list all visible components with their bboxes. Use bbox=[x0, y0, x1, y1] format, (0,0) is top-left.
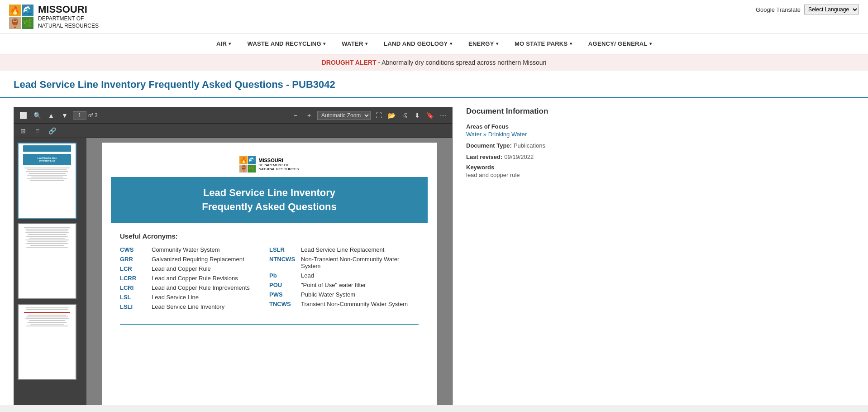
language-select[interactable]: Select Language bbox=[804, 5, 859, 14]
acronym-def: Lead Service Line Replacement bbox=[301, 246, 384, 253]
pdf-attachments-button[interactable]: 🔗 bbox=[47, 126, 58, 135]
pdf-toggle-sidebar-button[interactable]: ⬜ bbox=[18, 111, 29, 120]
logo-cell-blue: 🌊 bbox=[22, 5, 33, 16]
chevron-down-icon: ▾ bbox=[229, 41, 231, 46]
logo-dept: DEPARTMENT OF NATURAL RESOURCES bbox=[38, 15, 99, 29]
pdf-logo-green: 🌿 bbox=[248, 165, 256, 173]
alert-message: - Abnormally dry conditions spread acros… bbox=[378, 59, 546, 66]
pdf-thumb-2[interactable] bbox=[18, 223, 76, 299]
acronym-def: Lead and Copper Rule bbox=[152, 265, 211, 272]
acronym-def: Lead Service Line bbox=[152, 294, 199, 301]
doc-info-keywords-value: lead and copper rule bbox=[466, 172, 566, 178]
pdf-acronyms-heading: Useful Acronyms: bbox=[120, 232, 419, 240]
acronym-def: Community Water System bbox=[152, 246, 220, 253]
acronym-row-grr: GRR Galvanized Requiring Replacement bbox=[120, 256, 269, 263]
pdf-fullscreen-button[interactable]: ⛶ bbox=[373, 111, 384, 120]
pdf-search-button[interactable]: 🔍 bbox=[32, 111, 43, 120]
pdf-zoom-in-button[interactable]: + bbox=[304, 111, 315, 120]
nav-item-land-geology[interactable]: LAND AND GEOLOGY ▾ bbox=[376, 34, 460, 54]
pdf-zoom-select[interactable]: Automatic Zoom 50% 75% 100% 125% 150% bbox=[317, 111, 371, 120]
alert-banner: DROUGHT ALERT - Abnormally dry condition… bbox=[0, 54, 868, 71]
pdf-page-of: of bbox=[88, 112, 93, 119]
alert-title: DROUGHT ALERT bbox=[322, 59, 377, 66]
chevron-down-icon: ▾ bbox=[570, 41, 572, 46]
nav-item-air[interactable]: AIR ▾ bbox=[208, 34, 239, 54]
nav-item-agency-general[interactable]: AGENCY/ GENERAL ▾ bbox=[580, 34, 660, 54]
acronym-row-lsl: LSL Lead Service Line bbox=[120, 294, 269, 301]
doc-info-keywords-label: Keywords bbox=[466, 164, 566, 171]
pdf-page-indicator: 1 of 3 bbox=[73, 111, 98, 120]
nav-item-mo-state-parks[interactable]: MO STATE PARKS ▾ bbox=[506, 34, 580, 54]
page-title-area: Lead Service Line Inventory Frequently A… bbox=[0, 71, 868, 98]
doc-info-areas-of-focus-row: Areas of Focus Water » Drinking Water bbox=[466, 123, 566, 138]
pdf-acronyms-section: Useful Acronyms: CWS Community Water Sys… bbox=[115, 232, 423, 325]
pdf-total-pages: 3 bbox=[95, 112, 98, 119]
acronym-def: Transient Non-Community Water System bbox=[301, 301, 408, 307]
nav-item-waste-recycling[interactable]: WASTE AND RECYCLING ▾ bbox=[239, 34, 334, 54]
page-title: Lead Service Line Inventory Frequently A… bbox=[14, 79, 854, 91]
acronym-row-lcr: LCR Lead and Copper Rule bbox=[120, 265, 269, 272]
logo-area: 🔥 🌊 🏺 🌿 MISSOURI DEPARTMENT OF NATURAL R… bbox=[9, 4, 99, 29]
pdf-page-input[interactable]: 1 bbox=[73, 111, 86, 120]
doc-info-areas-of-focus-link[interactable]: Water » Drinking Water bbox=[466, 131, 527, 138]
acronym-abbr: NTNCWS bbox=[269, 256, 296, 263]
pdf-open-file-button[interactable]: 📂 bbox=[386, 111, 397, 120]
doc-info-title: Document Information bbox=[466, 107, 566, 116]
nav-item-energy[interactable]: ENERGY ▾ bbox=[460, 34, 506, 54]
doc-info-areas-of-focus-value: Water » Drinking Water bbox=[466, 131, 566, 138]
nav-item-water[interactable]: WATER ▾ bbox=[334, 34, 376, 54]
pdf-logo-blue: 🌊 bbox=[248, 156, 256, 164]
pdf-content-area: Lead Service LineInventory FAQ bbox=[14, 138, 452, 412]
doc-info-keywords-row: Keywords lead and copper rule bbox=[466, 164, 566, 178]
pdf-thumbnails-panel: Lead Service LineInventory FAQ bbox=[14, 138, 86, 412]
logo-cell-orange: 🔥 bbox=[9, 5, 21, 16]
pdf-page-content: 🔥 🌊 🏺 🌿 MISSOURI DEPARTMENT OFNATURAL RE… bbox=[102, 143, 437, 412]
acronym-row-pb: Pb Lead bbox=[269, 272, 419, 279]
pdf-prev-page-button[interactable]: ▲ bbox=[46, 111, 57, 120]
acronym-abbr: PWS bbox=[269, 291, 296, 298]
pdf-thumbnails-button[interactable]: ⊞ bbox=[18, 126, 29, 135]
acronym-row-lsli: LSLI Lead Service Line Inventory bbox=[120, 303, 269, 310]
chevron-down-icon: ▾ bbox=[649, 41, 652, 46]
pdf-secondary-toolbar: ⊞ ≡ 🔗 bbox=[14, 124, 452, 138]
doc-info-areas-of-focus-label: Areas of Focus bbox=[466, 123, 566, 130]
doc-info-doc-type-label: Document Type: bbox=[466, 142, 512, 149]
logo-missouri: MISSOURI bbox=[38, 4, 99, 15]
pdf-next-page-button[interactable]: ▼ bbox=[59, 111, 70, 120]
header: 🔥 🌊 🏺 🌿 MISSOURI DEPARTMENT OF NATURAL R… bbox=[0, 0, 868, 34]
pdf-bookmark-button[interactable]: 🔖 bbox=[424, 111, 436, 120]
acronym-abbr: CWS bbox=[120, 246, 147, 253]
acronym-row-tncws: TNCWS Transient Non-Community Water Syst… bbox=[269, 301, 419, 307]
acronym-abbr: POU bbox=[269, 282, 296, 288]
acronym-abbr: LCRI bbox=[120, 284, 147, 291]
pdf-outline-button[interactable]: ≡ bbox=[32, 126, 43, 135]
pdf-page-logo: 🔥 🌊 🏺 🌿 MISSOURI DEPARTMENT OFNATURAL RE… bbox=[115, 156, 423, 172]
bottom-scrollbar[interactable] bbox=[0, 405, 868, 412]
pdf-zoom-out-button[interactable]: − bbox=[290, 111, 301, 120]
chevron-down-icon: ▾ bbox=[323, 41, 325, 46]
acronym-abbr: LSLI bbox=[120, 303, 147, 310]
pdf-viewer: ⬜ 🔍 ▲ ▼ 1 of 3 − + Automatic Zoom 50% 75… bbox=[14, 107, 453, 412]
doc-info-last-revised-label: Last revised: bbox=[466, 153, 502, 160]
doc-info-doc-type-value: Publications bbox=[514, 142, 545, 149]
pdf-toolbar: ⬜ 🔍 ▲ ▼ 1 of 3 − + Automatic Zoom 50% 75… bbox=[14, 107, 452, 124]
pdf-tools-button[interactable]: ⋯ bbox=[438, 111, 448, 120]
logo-cell-tan: 🏺 bbox=[9, 17, 21, 29]
chevron-down-icon: ▾ bbox=[450, 41, 452, 46]
pdf-download-button[interactable]: ⬇ bbox=[412, 111, 423, 120]
pdf-print-button[interactable]: 🖨 bbox=[399, 111, 410, 120]
acronym-abbr: LCR bbox=[120, 265, 147, 272]
pdf-acronyms-table: CWS Community Water System GRR Galvanize… bbox=[120, 246, 419, 310]
pdf-thumb-1[interactable]: Lead Service LineInventory FAQ bbox=[18, 143, 76, 219]
pdf-thumb-3[interactable] bbox=[18, 304, 76, 380]
acronym-abbr: LSL bbox=[120, 294, 147, 301]
google-translate-label: Google Translate bbox=[756, 6, 801, 13]
acronym-row-cws: CWS Community Water System bbox=[120, 246, 269, 253]
acronym-def: "Point of Use" water filter bbox=[301, 282, 366, 288]
acronym-def: Non-Transient Non-Community Water System bbox=[301, 256, 419, 269]
pdf-page-main[interactable]: 🔥 🌊 🏺 🌿 MISSOURI DEPARTMENT OFNATURAL RE… bbox=[86, 138, 452, 412]
pdf-bottom-divider bbox=[120, 324, 419, 325]
logo-text: MISSOURI DEPARTMENT OF NATURAL RESOURCES bbox=[38, 4, 99, 29]
doc-info-last-revised-row: Last revised: 09/19/2022 bbox=[466, 153, 566, 160]
acronym-abbr: GRR bbox=[120, 256, 147, 263]
